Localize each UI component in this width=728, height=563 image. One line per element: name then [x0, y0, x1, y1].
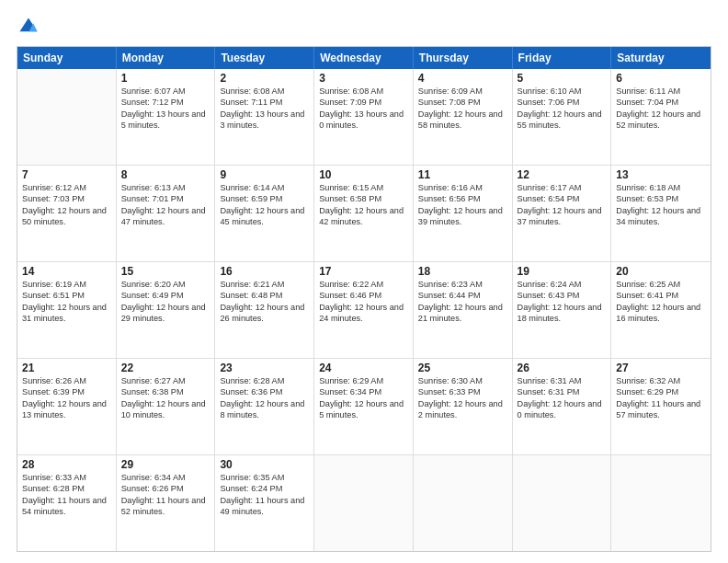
sunrise-text: Sunrise: 6:09 AM: [418, 86, 507, 97]
sunrise-text: Sunrise: 6:16 AM: [418, 182, 507, 193]
calendar-cell: 19 Sunrise: 6:24 AM Sunset: 6:43 PM Dayl…: [513, 262, 612, 358]
sunrise-text: Sunrise: 6:11 AM: [616, 86, 706, 97]
sunrise-text: Sunrise: 6:28 AM: [220, 375, 309, 386]
calendar-cell: 6 Sunrise: 6:11 AM Sunset: 7:04 PM Dayli…: [611, 69, 711, 165]
calendar-body: 1 Sunrise: 6:07 AM Sunset: 7:12 PM Dayli…: [17, 69, 711, 551]
daylight-text: Daylight: 12 hours and 8 minutes.: [220, 398, 309, 421]
calendar-row: 21 Sunrise: 6:26 AM Sunset: 6:39 PM Dayl…: [17, 359, 711, 455]
sunset-text: Sunset: 6:28 PM: [22, 483, 111, 494]
calendar-cell: 9 Sunrise: 6:14 AM Sunset: 6:59 PM Dayli…: [215, 166, 314, 261]
calendar-cell: 30 Sunrise: 6:35 AM Sunset: 6:24 PM Dayl…: [215, 455, 314, 551]
calendar-cell: [414, 455, 513, 551]
sunrise-text: Sunrise: 6:26 AM: [22, 375, 111, 386]
weekday-header: Saturday: [611, 47, 711, 69]
sunrise-text: Sunrise: 6:27 AM: [121, 375, 210, 386]
sunset-text: Sunset: 7:03 PM: [22, 193, 111, 204]
sunrise-text: Sunrise: 6:14 AM: [220, 182, 309, 193]
sunrise-text: Sunrise: 6:12 AM: [22, 182, 111, 193]
day-number: 11: [418, 168, 507, 181]
daylight-text: Daylight: 12 hours and 45 minutes.: [220, 205, 309, 228]
sunset-text: Sunset: 6:48 PM: [220, 290, 309, 301]
page: SundayMondayTuesdayWednesdayThursdayFrid…: [0, 0, 728, 563]
sunset-text: Sunset: 7:12 PM: [121, 97, 210, 108]
day-number: 3: [319, 72, 408, 85]
sunrise-text: Sunrise: 6:19 AM: [22, 279, 111, 290]
day-number: 28: [22, 458, 111, 471]
calendar-cell: 15 Sunrise: 6:20 AM Sunset: 6:49 PM Dayl…: [117, 262, 216, 358]
weekday-header: Monday: [117, 47, 216, 69]
sunset-text: Sunset: 7:04 PM: [616, 97, 706, 108]
sunrise-text: Sunrise: 6:24 AM: [518, 279, 607, 290]
day-number: 5: [518, 72, 607, 85]
daylight-text: Daylight: 13 hours and 0 minutes.: [319, 109, 408, 132]
daylight-text: Daylight: 12 hours and 21 minutes.: [418, 302, 507, 325]
calendar-cell: 21 Sunrise: 6:26 AM Sunset: 6:39 PM Dayl…: [17, 359, 117, 454]
day-number: 17: [319, 265, 408, 278]
calendar-cell: 18 Sunrise: 6:23 AM Sunset: 6:44 PM Dayl…: [414, 262, 513, 358]
daylight-text: Daylight: 12 hours and 34 minutes.: [616, 205, 706, 228]
daylight-text: Daylight: 13 hours and 5 minutes.: [121, 109, 210, 132]
sunset-text: Sunset: 6:53 PM: [616, 193, 706, 204]
daylight-text: Daylight: 13 hours and 3 minutes.: [220, 109, 309, 132]
sunset-text: Sunset: 6:43 PM: [518, 290, 607, 301]
calendar-cell: 3 Sunrise: 6:08 AM Sunset: 7:09 PM Dayli…: [314, 69, 414, 165]
logo-icon: [18, 17, 39, 37]
calendar-cell: [314, 455, 414, 551]
sunrise-text: Sunrise: 6:21 AM: [220, 279, 309, 290]
calendar-cell: [611, 455, 711, 551]
calendar-cell: 24 Sunrise: 6:29 AM Sunset: 6:34 PM Dayl…: [314, 359, 414, 454]
daylight-text: Daylight: 11 hours and 52 minutes.: [121, 495, 210, 518]
daylight-text: Daylight: 11 hours and 57 minutes.: [616, 398, 706, 421]
day-number: 12: [518, 168, 607, 181]
logo: [17, 17, 39, 37]
day-number: 30: [220, 458, 309, 471]
calendar-cell: [17, 69, 117, 165]
daylight-text: Daylight: 12 hours and 16 minutes.: [616, 302, 706, 325]
calendar-cell: 22 Sunrise: 6:27 AM Sunset: 6:38 PM Dayl…: [117, 359, 216, 454]
sunset-text: Sunset: 6:44 PM: [418, 290, 507, 301]
day-number: 8: [121, 168, 210, 181]
day-number: 27: [616, 362, 706, 374]
sunrise-text: Sunrise: 6:13 AM: [121, 182, 210, 193]
sunset-text: Sunset: 6:49 PM: [121, 290, 210, 301]
calendar-row: 7 Sunrise: 6:12 AM Sunset: 7:03 PM Dayli…: [17, 166, 711, 262]
day-number: 18: [418, 265, 507, 278]
day-number: 25: [418, 362, 507, 374]
sunrise-text: Sunrise: 6:17 AM: [518, 182, 607, 193]
sunset-text: Sunset: 7:01 PM: [121, 193, 210, 204]
daylight-text: Daylight: 12 hours and 58 minutes.: [418, 109, 507, 132]
sunset-text: Sunset: 7:08 PM: [418, 97, 507, 108]
day-number: 13: [616, 168, 706, 181]
day-number: 7: [22, 168, 111, 181]
daylight-text: Daylight: 12 hours and 52 minutes.: [616, 109, 706, 132]
day-number: 10: [319, 168, 408, 181]
sunset-text: Sunset: 6:56 PM: [418, 193, 507, 204]
sunrise-text: Sunrise: 6:32 AM: [616, 375, 706, 386]
daylight-text: Daylight: 12 hours and 2 minutes.: [418, 398, 507, 421]
daylight-text: Daylight: 12 hours and 29 minutes.: [121, 302, 210, 325]
daylight-text: Daylight: 12 hours and 55 minutes.: [518, 109, 607, 132]
daylight-text: Daylight: 12 hours and 50 minutes.: [22, 205, 111, 228]
day-number: 14: [22, 265, 111, 278]
daylight-text: Daylight: 12 hours and 47 minutes.: [121, 205, 210, 228]
weekday-header: Tuesday: [215, 47, 314, 69]
calendar-cell: 7 Sunrise: 6:12 AM Sunset: 7:03 PM Dayli…: [17, 166, 117, 261]
weekday-header: Wednesday: [314, 47, 414, 69]
calendar-cell: 26 Sunrise: 6:31 AM Sunset: 6:31 PM Dayl…: [513, 359, 612, 454]
day-number: 23: [220, 362, 309, 374]
day-number: 2: [220, 72, 309, 85]
day-number: 9: [220, 168, 309, 181]
sunset-text: Sunset: 6:54 PM: [518, 193, 607, 204]
calendar-cell: 12 Sunrise: 6:17 AM Sunset: 6:54 PM Dayl…: [513, 166, 612, 261]
day-number: 22: [121, 362, 210, 374]
calendar-cell: [513, 455, 612, 551]
sunset-text: Sunset: 7:06 PM: [518, 97, 607, 108]
day-number: 20: [616, 265, 706, 278]
day-number: 26: [518, 362, 607, 374]
sunset-text: Sunset: 6:46 PM: [319, 290, 408, 301]
sunset-text: Sunset: 6:39 PM: [22, 386, 111, 397]
sunset-text: Sunset: 6:51 PM: [22, 290, 111, 301]
calendar-header: SundayMondayTuesdayWednesdayThursdayFrid…: [17, 47, 711, 69]
day-number: 29: [121, 458, 210, 471]
daylight-text: Daylight: 12 hours and 10 minutes.: [121, 398, 210, 421]
